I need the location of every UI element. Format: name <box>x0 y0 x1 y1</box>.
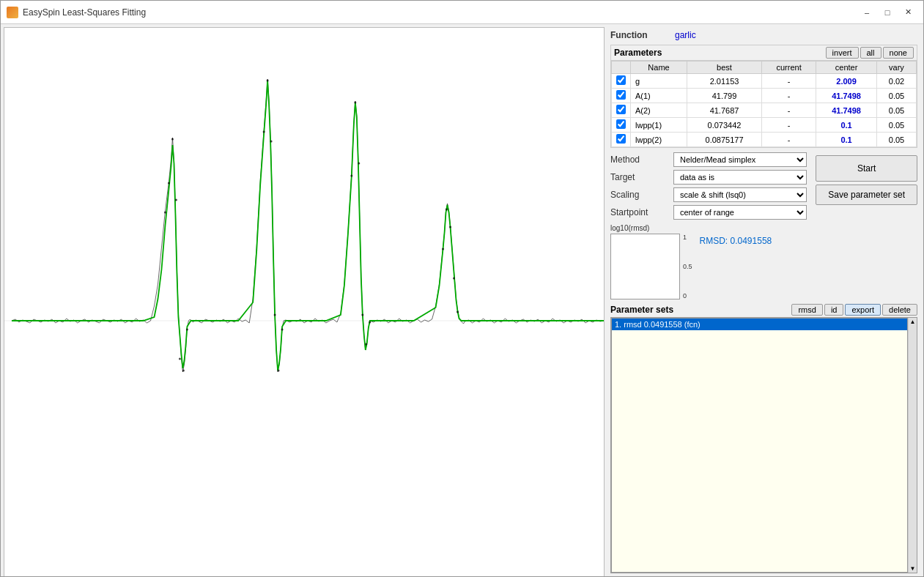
param-best: 41.799 <box>687 89 762 103</box>
svg-point-12 <box>274 314 276 316</box>
scaling-select[interactable]: scale & shift (lsq0) scale only (lsq1) n… <box>673 187 807 202</box>
param-best: 0.073442 <box>687 118 762 133</box>
scroll-down-icon[interactable]: ▼ <box>910 565 916 572</box>
checkbox-cell <box>612 74 631 89</box>
checkbox-cell <box>612 118 631 133</box>
svg-point-24 <box>453 278 455 280</box>
param-checkbox[interactable] <box>616 75 626 85</box>
svg-point-20 <box>369 321 371 324</box>
none-button[interactable]: none <box>883 47 914 59</box>
col-vary: vary <box>876 62 916 74</box>
param-best: 2.01153 <box>687 74 762 89</box>
startpoint-label: Startpoint <box>610 207 669 217</box>
param-current: - <box>762 133 816 147</box>
rmsd-value: RMSD: 0.0491558 <box>700 236 772 246</box>
svg-point-15 <box>350 175 352 177</box>
rmsd-sort-button[interactable]: rmsd <box>791 304 822 316</box>
col-name: Name <box>631 62 687 74</box>
col-best: best <box>687 62 762 74</box>
parameter-sets-section: Parameter sets rmsd id export delete 1. … <box>610 304 917 573</box>
svg-point-21 <box>442 248 444 250</box>
rmsd-plot-box <box>610 234 680 299</box>
plot-area <box>4 27 605 576</box>
method-select[interactable]: Nelder/Mead simplex Levenberg-Marquardt … <box>673 152 807 167</box>
maximize-button[interactable]: □ <box>878 6 897 19</box>
svg-point-18 <box>361 314 363 316</box>
param-sets-buttons: rmsd id export delete <box>791 304 917 316</box>
svg-point-23 <box>449 226 451 228</box>
svg-point-14 <box>281 329 284 331</box>
svg-point-13 <box>278 370 280 372</box>
scrollbar[interactable]: ▲ ▼ <box>908 318 917 573</box>
rmsd-plot-outer: 1 0.5 0 <box>610 234 694 299</box>
spectrum-plot <box>4 28 604 576</box>
param-vary: 0.02 <box>876 74 916 89</box>
parameters-section: Parameters invert all none Name best cur… <box>610 45 917 148</box>
param-best: 41.7687 <box>687 103 762 118</box>
svg-rect-0 <box>4 28 604 576</box>
close-button[interactable]: ✕ <box>898 6 917 19</box>
svg-point-2 <box>164 212 166 214</box>
startpoint-select[interactable]: center of range random best <box>673 205 807 220</box>
export-button[interactable]: export <box>845 304 881 316</box>
col-center: center <box>816 62 877 74</box>
scroll-up-icon[interactable]: ▲ <box>910 319 916 325</box>
save-param-set-button[interactable]: Save parameter set <box>816 185 917 205</box>
params-button-group: invert all none <box>826 47 914 59</box>
param-checkbox[interactable] <box>616 134 626 144</box>
param-name: lwpp(2) <box>631 133 687 147</box>
table-row: A(1)41.799-41.74980.05 <box>612 89 917 103</box>
id-sort-button[interactable]: id <box>824 304 844 316</box>
param-checkbox[interactable] <box>616 105 626 114</box>
svg-point-9 <box>263 131 265 133</box>
param-checkbox[interactable] <box>616 90 626 100</box>
param-name: A(2) <box>631 103 687 118</box>
svg-point-3 <box>168 182 170 185</box>
param-current: - <box>762 89 816 103</box>
method-label: Method <box>610 155 669 165</box>
param-vary: 0.05 <box>876 118 916 133</box>
param-center: 41.7498 <box>816 103 877 118</box>
all-button[interactable]: all <box>860 47 882 59</box>
method-grid: Method Nelder/Mead simplex Levenberg-Mar… <box>610 152 807 220</box>
minimize-button[interactable]: – <box>857 6 876 19</box>
svg-point-17 <box>358 163 360 165</box>
svg-point-7 <box>182 370 185 372</box>
table-row: g2.01153-2.0090.02 <box>612 74 917 89</box>
param-checkbox[interactable] <box>616 119 626 129</box>
list-item[interactable]: 1. rmsd 0.0491558 (fcn) <box>612 319 907 330</box>
svg-point-19 <box>365 343 367 346</box>
svg-point-5 <box>175 199 177 201</box>
parameters-table: Name best current center vary g2.01153-2… <box>611 61 917 147</box>
rmsd-y-1: 1 <box>683 234 692 241</box>
target-select[interactable]: data as is integral derivative <box>673 170 807 185</box>
param-center: 0.1 <box>816 133 877 147</box>
param-vary: 0.05 <box>876 89 916 103</box>
params-header: Parameters invert all none <box>611 45 917 61</box>
param-best: 0.0875177 <box>687 133 762 147</box>
delete-button[interactable]: delete <box>882 304 917 316</box>
param-name: lwpp(1) <box>631 118 687 133</box>
rmsd-plot-label: log10(rmsd) <box>610 224 649 232</box>
param-name: g <box>631 74 687 89</box>
scaling-label: Scaling <box>610 190 669 200</box>
method-start-row: Method Nelder/Mead simplex Levenberg-Mar… <box>610 152 917 220</box>
checkbox-cell <box>612 133 631 147</box>
svg-point-10 <box>267 80 269 82</box>
invert-button[interactable]: invert <box>826 47 859 59</box>
rmsd-plot-wrap: log10(rmsd) 1 0.5 0 <box>610 224 694 299</box>
param-center: 0.1 <box>816 118 877 133</box>
param-vary: 0.05 <box>876 133 916 147</box>
checkbox-cell <box>612 89 631 103</box>
table-row: A(2)41.7687-41.74980.05 <box>612 103 917 118</box>
svg-point-6 <box>179 358 181 360</box>
params-label: Parameters <box>614 48 662 58</box>
svg-point-16 <box>354 102 356 104</box>
param-sets-list-wrap: 1. rmsd 0.0491558 (fcn) ▲ ▼ <box>610 317 917 573</box>
rmsd-y-0: 0 <box>683 292 692 299</box>
table-row: lwpp(1)0.073442-0.10.05 <box>612 118 917 133</box>
start-button[interactable]: Start <box>816 155 917 182</box>
param-sets-list: 1. rmsd 0.0491558 (fcn) <box>611 318 908 573</box>
window-controls: – □ ✕ <box>857 6 917 19</box>
checkbox-cell <box>612 103 631 118</box>
